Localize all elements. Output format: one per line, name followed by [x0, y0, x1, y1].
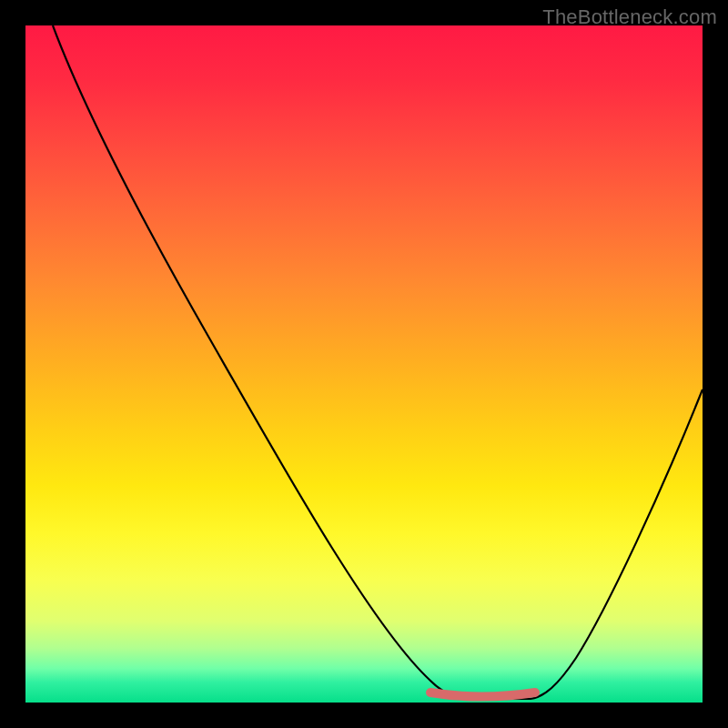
optimal-range-marker	[430, 693, 535, 697]
bottleneck-curve	[53, 25, 703, 699]
watermark: TheBottleneck.com	[542, 5, 717, 29]
chart-plot-area	[25, 25, 703, 703]
chart-svg	[25, 25, 703, 703]
